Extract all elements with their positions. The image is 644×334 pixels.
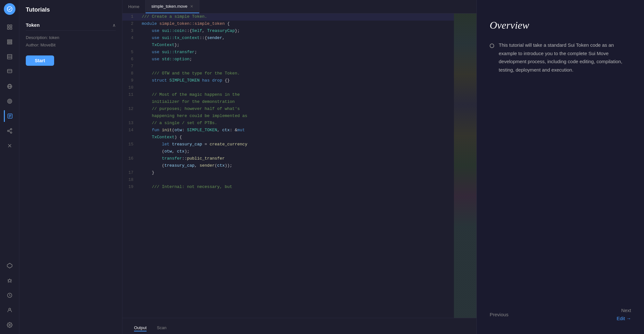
code-line-15b: (otw, ctx); — [122, 148, 454, 155]
minimap-content — [454, 14, 476, 318]
code-line-5: 5 use sui::transfer; — [122, 49, 454, 56]
tutorials-header: Tutorials — [19, 0, 122, 16]
sidebar-item-history[interactable] — [4, 290, 15, 301]
tab-scan-label: Scan — [157, 325, 167, 330]
code-line-19: 19 /// Internal: not necessary, but — [122, 184, 454, 191]
svg-point-23 — [10, 129, 12, 130]
svg-point-24 — [7, 130, 9, 132]
code-line-14b: TxContext) { — [122, 134, 454, 141]
tab-output-label: Output — [134, 325, 147, 330]
code-line-13: 13 // a single / set of PTBs. — [122, 120, 454, 127]
sidebar-item-user[interactable] — [4, 304, 15, 316]
sidebar-item-tutorials[interactable] — [4, 110, 15, 122]
sidebar-item-globe[interactable] — [4, 81, 15, 92]
code-editor[interactable]: 1 /// Create a simple Token. 2 module si… — [122, 14, 454, 318]
svg-point-0 — [7, 7, 12, 12]
logo-button[interactable] — [4, 3, 15, 15]
svg-point-25 — [10, 132, 12, 133]
chevron-up-icon: ∧ — [112, 23, 116, 28]
code-line-9: 9 struct SIMPLE_TOKEN has drop {} — [122, 77, 454, 84]
sidebar-item-tools[interactable] — [4, 140, 15, 152]
tab-home[interactable]: Home — [122, 0, 146, 13]
code-line-7: 7 — [122, 63, 454, 70]
code-line-6: 6 use std::option; — [122, 56, 454, 63]
sidebar-item-table[interactable] — [4, 51, 15, 63]
next-label: Next — [621, 308, 631, 313]
right-panel: Overview This tutorial will take a stand… — [476, 0, 644, 334]
tab-close-icon[interactable]: ✕ — [190, 5, 193, 8]
svg-rect-8 — [7, 54, 12, 59]
sidebar-item-card[interactable] — [4, 66, 15, 77]
code-line-2: 2 module simple_token::simple_token { — [122, 21, 454, 28]
svg-marker-30 — [7, 263, 12, 268]
code-line-11a: 11 // Most of the magic happens in the — [122, 92, 454, 99]
token-description: Description: token — [26, 34, 116, 41]
overview-title: Overview — [490, 19, 631, 31]
token-section: Token ∧ Description: token Author: MoveB… — [19, 16, 122, 69]
sidebar-item-bug[interactable] — [4, 275, 15, 286]
editor-container: 1 /// Create a simple Token. 2 module si… — [122, 14, 476, 318]
code-line-17: 17 } — [122, 170, 454, 177]
tutorials-title: Tutorials — [26, 6, 50, 13]
start-button[interactable]: Start — [26, 55, 54, 66]
token-author: Author: MoveBit — [26, 41, 116, 49]
svg-rect-3 — [7, 28, 9, 29]
code-line-10: 10 — [122, 84, 454, 92]
sidebar-item-plugins[interactable] — [4, 260, 15, 271]
sidebar-item-share[interactable] — [4, 125, 15, 137]
tab-output[interactable]: Output — [129, 323, 152, 334]
code-line-4b: TxContext}; — [122, 42, 454, 49]
tab-scan[interactable]: Scan — [152, 323, 172, 334]
svg-line-26 — [9, 131, 10, 132]
code-line-11b: initializer for the demonstration — [122, 99, 454, 106]
previous-button[interactable]: Previous — [490, 312, 508, 317]
tab-home-label: Home — [128, 4, 139, 9]
sidebar — [0, 0, 19, 334]
code-line-3: 3 use sui::coin::{Self, TreasuryCap}; — [122, 28, 454, 35]
svg-point-31 — [8, 280, 11, 282]
code-line-4a: 4 use sui::tx_context::{sender, — [122, 35, 454, 42]
code-table: 1 /// Create a simple Token. 2 module si… — [122, 14, 454, 191]
code-line-18: 18 — [122, 177, 454, 184]
tab-simple-token[interactable]: simple_token.move ✕ — [146, 0, 199, 13]
main-area: Home simple_token.move ✕ 1 /// Create a … — [122, 0, 476, 334]
token-section-header[interactable]: Token ∧ — [26, 20, 116, 31]
svg-point-33 — [9, 308, 11, 310]
code-line-1: 1 /// Create a simple Token. — [122, 14, 454, 21]
svg-rect-7 — [7, 43, 12, 44]
overview-bullet-icon — [490, 44, 494, 48]
edit-button[interactable]: Edit → — [617, 316, 631, 321]
svg-rect-5 — [7, 40, 12, 41]
svg-rect-2 — [10, 25, 12, 26]
code-line-14a: 14 fun init(otw: SIMPLE_TOKEN, ctx: &mut — [122, 127, 454, 134]
code-line-12b: happening here could be implemented as — [122, 113, 454, 120]
sidebar-item-layers[interactable] — [4, 36, 15, 48]
code-line-12a: 12 // purposes; however half of what's — [122, 106, 454, 113]
overview-paragraph: This tutorial will take a standard Sui T… — [499, 41, 631, 74]
tab-simple-token-label: simple_token.move — [151, 4, 187, 9]
overview-body: This tutorial will take a standard Sui T… — [490, 41, 631, 74]
svg-line-27 — [9, 130, 10, 131]
nav-right: Next Edit → — [617, 308, 631, 321]
overview-text: This tutorial will take a standard Sui T… — [499, 41, 631, 74]
svg-point-34 — [9, 324, 10, 326]
code-line-16a: 16 transfer::public_transfer — [122, 155, 454, 162]
svg-rect-4 — [10, 28, 12, 29]
svg-point-18 — [9, 101, 10, 102]
sidebar-item-target[interactable] — [4, 95, 15, 107]
sidebar-item-settings[interactable] — [4, 319, 15, 331]
svg-rect-1 — [7, 25, 9, 26]
code-line-15a: 15 let treasury_cap = create_currency — [122, 141, 454, 148]
bottom-bar: Output Scan — [122, 318, 476, 334]
svg-rect-6 — [7, 42, 12, 43]
token-meta: Description: token Author: MoveBit — [26, 31, 116, 51]
tabs-bar: Home simple_token.move ✕ — [122, 0, 476, 14]
code-minimap — [454, 14, 476, 318]
left-panel: Tutorials Token ∧ Description: token Aut… — [19, 0, 122, 334]
token-section-title: Token — [26, 22, 40, 28]
sidebar-item-dashboard[interactable] — [4, 21, 15, 33]
code-line-8: 8 /// OTW and the type for the Token. — [122, 70, 454, 77]
right-panel-footer: Previous Next Edit → — [490, 308, 631, 321]
code-line-16b: (treasury_cap, sender(ctx)); — [122, 162, 454, 170]
